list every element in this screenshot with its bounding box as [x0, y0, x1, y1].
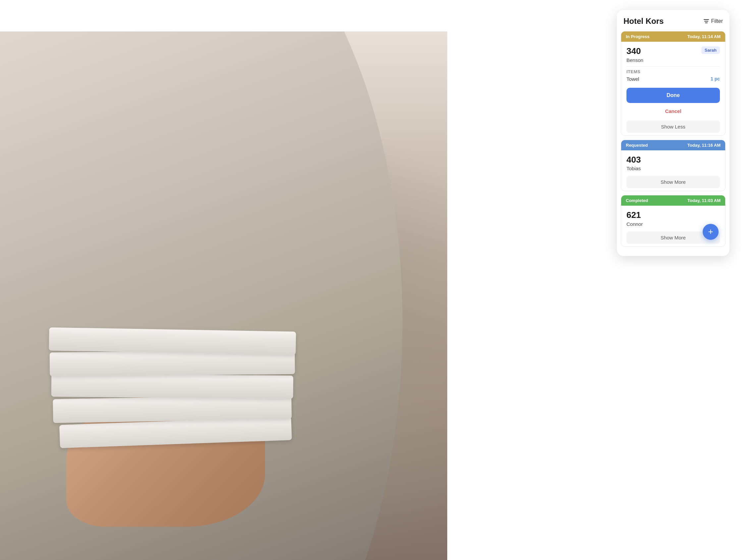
task-1-header: In Progress Today, 11:14 AM — [621, 32, 725, 42]
filter-label: Filter — [711, 18, 723, 24]
towel-layer-3 — [51, 374, 294, 399]
task-card-1: In Progress Today, 11:14 AM 340 Sarah Be… — [621, 31, 725, 136]
task-1-room-row: 340 Sarah — [626, 46, 720, 56]
task-3-header: Completed Today, 11:03 AM — [621, 195, 725, 206]
show-more-button-2[interactable]: Show More — [626, 176, 720, 188]
task-3-room: 621 — [626, 210, 641, 220]
task-2-guest: Tobias — [626, 165, 720, 171]
app-title: Hotel Kors — [623, 17, 663, 26]
background-photo — [0, 32, 447, 560]
task-1-room: 340 — [626, 46, 641, 56]
filter-button[interactable]: Filter — [704, 18, 723, 24]
task-2-status: Requested — [626, 143, 648, 148]
task-1-item-qty: 1 pc — [711, 76, 720, 81]
task-3-room-row: 621 — [626, 210, 720, 220]
task-2-body: 403 Tobias Show More — [621, 151, 725, 191]
task-1-guest: Benson — [626, 57, 720, 63]
task-2-timestamp: Today, 11:16 AM — [688, 143, 720, 148]
task-3-status: Completed — [626, 198, 648, 203]
task-panel: Hotel Kors Filter In Progress Today, 11:… — [617, 10, 730, 256]
show-less-button[interactable]: Show Less — [626, 121, 720, 133]
done-button[interactable]: Done — [626, 88, 720, 103]
task-2-room: 403 — [626, 155, 641, 165]
cancel-button[interactable]: Cancel — [626, 105, 720, 117]
task-1-assignee: Sarah — [701, 46, 720, 54]
task-1-item-row: Towel 1 pc — [626, 76, 720, 82]
task-2-room-row: 403 — [626, 155, 720, 165]
top-bar — [0, 0, 447, 32]
task-1-status: In Progress — [626, 34, 650, 39]
towel-layer-2 — [53, 395, 292, 423]
panel-header: Hotel Kors Filter — [617, 10, 730, 31]
towel-layer-5 — [49, 327, 296, 355]
task-2-header: Requested Today, 11:16 AM — [621, 140, 725, 151]
task-card-3: Completed Today, 11:03 AM 621 Connor Sho… — [621, 195, 725, 247]
task-1-timestamp: Today, 11:14 AM — [688, 34, 720, 39]
task-1-items-section: Items Towel 1 pc — [626, 69, 720, 82]
task-card-2: Requested Today, 11:16 AM 403 Tobias Sho… — [621, 140, 725, 192]
task-3-timestamp: Today, 11:03 AM — [688, 198, 720, 203]
task-1-body: 340 Sarah Benson Items Towel 1 pc Done C… — [621, 42, 725, 136]
fab-button[interactable]: + — [703, 224, 719, 240]
task-1-items-label: Items — [626, 69, 720, 74]
filter-icon — [704, 19, 709, 23]
task-1-item-name: Towel — [626, 76, 639, 82]
task-1-divider — [626, 66, 720, 66]
